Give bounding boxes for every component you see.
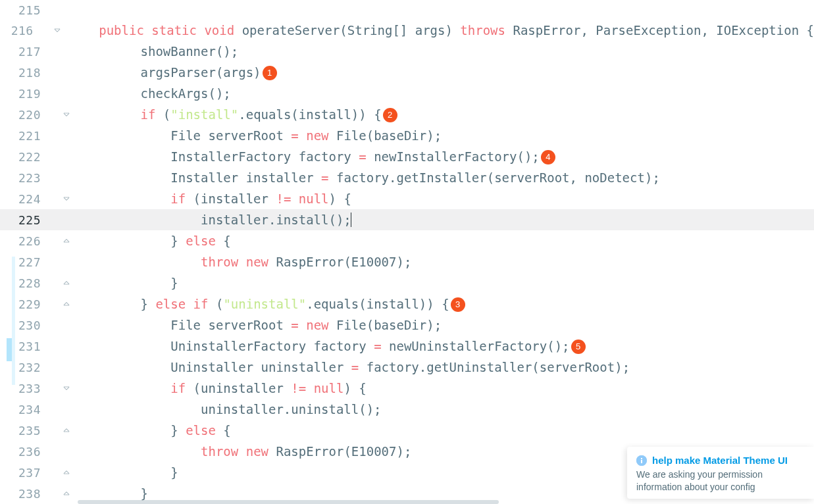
code-line[interactable]: 233 if (uninstaller != null) { <box>0 378 814 399</box>
line-number: 229 <box>0 297 55 311</box>
line-number: 228 <box>0 276 55 290</box>
code-line[interactable]: 216 public static void operateServer(Str… <box>0 20 814 41</box>
svg-rect-1 <box>641 460 642 463</box>
gutter-fold <box>55 384 78 392</box>
code-text[interactable]: if ("install".equals(install)) {2 <box>78 104 397 125</box>
line-number: 219 <box>0 87 55 101</box>
text-cursor <box>351 213 351 227</box>
inspection-badge[interactable]: 4 <box>541 150 555 164</box>
code-line[interactable]: 229 } else if ("uninstall".equals(instal… <box>0 293 814 315</box>
svg-rect-2 <box>641 458 642 459</box>
code-line[interactable]: 224 if (installer != null) { <box>0 188 814 209</box>
toast-body: We are asking your permission informatio… <box>636 468 807 493</box>
code-text[interactable]: Uninstaller uninstaller = factory.getUni… <box>78 357 630 378</box>
fold-end-icon[interactable] <box>63 468 70 476</box>
line-number: 217 <box>0 45 55 59</box>
code-line[interactable]: 219 checkArgs(); <box>0 83 814 104</box>
code-line[interactable]: 223 Installer installer = factory.getIns… <box>0 167 814 188</box>
code-line[interactable]: 218 argsParser(args)1 <box>0 62 814 83</box>
code-text[interactable]: } else if ("uninstall".equals(install)) … <box>78 293 465 315</box>
code-line[interactable]: 220 if ("install".equals(install)) {2 <box>0 104 814 125</box>
code-text[interactable]: uninstaller.uninstall(); <box>78 399 382 420</box>
line-number: 223 <box>0 171 55 185</box>
gutter-fold <box>55 300 78 308</box>
code-line[interactable]: 235 } else { <box>0 420 814 441</box>
line-number: 236 <box>0 445 55 459</box>
line-number: 226 <box>0 234 55 248</box>
code-line[interactable]: 225 installer.install(); <box>0 209 814 230</box>
code-text[interactable]: public static void operateServer(String[… <box>66 20 814 41</box>
line-number: 222 <box>0 150 55 164</box>
gutter-fold <box>48 26 66 34</box>
gutter-fold <box>55 111 78 118</box>
line-number: 215 <box>0 3 55 17</box>
code-line[interactable]: 227 throw new RaspError(E10007); <box>0 251 814 272</box>
line-number: 221 <box>0 129 55 143</box>
code-text[interactable]: if (installer != null) { <box>78 188 351 209</box>
code-text[interactable]: } <box>78 462 178 483</box>
code-text[interactable]: } else { <box>78 420 231 441</box>
line-number: 220 <box>0 108 55 122</box>
line-number: 232 <box>0 361 55 374</box>
line-number: 225 <box>0 213 55 227</box>
inspection-badge[interactable]: 3 <box>451 297 465 312</box>
gutter-fold <box>55 195 78 203</box>
code-text[interactable]: installer.install(); <box>78 209 351 230</box>
inspection-badge[interactable]: 5 <box>571 340 586 354</box>
code-line[interactable]: 231 UninstallerFactory factory = newUnin… <box>0 336 814 357</box>
line-number: 233 <box>0 382 55 395</box>
code-text[interactable]: showBanner(); <box>78 41 238 62</box>
code-text[interactable]: throw new RaspError(E10007); <box>78 441 411 462</box>
code-text[interactable]: } else { <box>78 230 231 251</box>
code-text[interactable]: UninstallerFactory factory = newUninstal… <box>78 336 586 357</box>
code-line[interactable]: 232 Uninstaller uninstaller = factory.ge… <box>0 357 814 378</box>
info-icon <box>636 455 647 466</box>
code-line[interactable]: 221 File serverRoot = new File(baseDir); <box>0 125 814 146</box>
line-number: 234 <box>0 403 55 416</box>
inspection-badge[interactable]: 1 <box>263 66 277 80</box>
fold-start-icon[interactable] <box>53 26 61 34</box>
notification-toast[interactable]: help make Material Theme UI We are askin… <box>627 447 814 499</box>
line-number: 237 <box>0 466 55 480</box>
fold-start-icon[interactable] <box>63 384 70 392</box>
code-line[interactable]: 230 File serverRoot = new File(baseDir); <box>0 315 814 336</box>
code-text[interactable]: throw new RaspError(E10007); <box>78 251 411 272</box>
fold-end-icon[interactable] <box>63 279 70 287</box>
gutter-fold <box>55 237 78 245</box>
scroll-thumb[interactable] <box>78 500 499 504</box>
code-line[interactable]: 222 InstallerFactory factory = newInstal… <box>0 146 814 167</box>
code-text[interactable]: if (uninstaller != null) { <box>78 378 367 399</box>
gutter-fold <box>55 490 78 497</box>
code-editor[interactable]: 215216 public static void operateServer(… <box>0 0 814 504</box>
inspection-badge[interactable]: 2 <box>383 108 397 122</box>
code-text[interactable]: argsParser(args)1 <box>78 62 277 83</box>
vcs-change-marker-strong <box>7 338 12 361</box>
code-line[interactable]: 234 uninstaller.uninstall(); <box>0 399 814 420</box>
gutter-fold <box>55 468 78 476</box>
code-text[interactable]: } <box>78 272 178 293</box>
toast-title: help make Material Theme UI <box>652 455 788 466</box>
code-line[interactable]: 228 } <box>0 272 814 293</box>
code-text[interactable]: File serverRoot = new File(baseDir); <box>78 125 442 146</box>
line-number: 227 <box>0 255 55 269</box>
fold-end-icon[interactable] <box>63 237 70 245</box>
code-text[interactable]: InstallerFactory factory = newInstallerF… <box>78 146 555 167</box>
code-text[interactable]: checkArgs(); <box>78 83 231 104</box>
fold-end-icon[interactable] <box>63 300 70 308</box>
line-number: 216 <box>0 24 48 38</box>
line-number: 238 <box>0 487 55 501</box>
fold-end-icon[interactable] <box>63 426 70 434</box>
code-line[interactable]: 217 showBanner(); <box>0 41 814 62</box>
line-number: 224 <box>0 192 55 206</box>
code-line[interactable]: 215 <box>0 0 814 20</box>
line-number: 218 <box>0 66 55 80</box>
fold-start-icon[interactable] <box>63 111 70 118</box>
line-number: 235 <box>0 424 55 438</box>
gutter-fold <box>55 426 78 434</box>
code-text[interactable]: Installer installer = factory.getInstall… <box>78 167 660 188</box>
code-line[interactable]: 226 } else { <box>0 230 814 251</box>
horizontal-scrollbar[interactable] <box>78 500 814 504</box>
fold-end-icon[interactable] <box>63 490 70 497</box>
fold-start-icon[interactable] <box>63 195 70 203</box>
code-text[interactable]: File serverRoot = new File(baseDir); <box>78 315 442 336</box>
